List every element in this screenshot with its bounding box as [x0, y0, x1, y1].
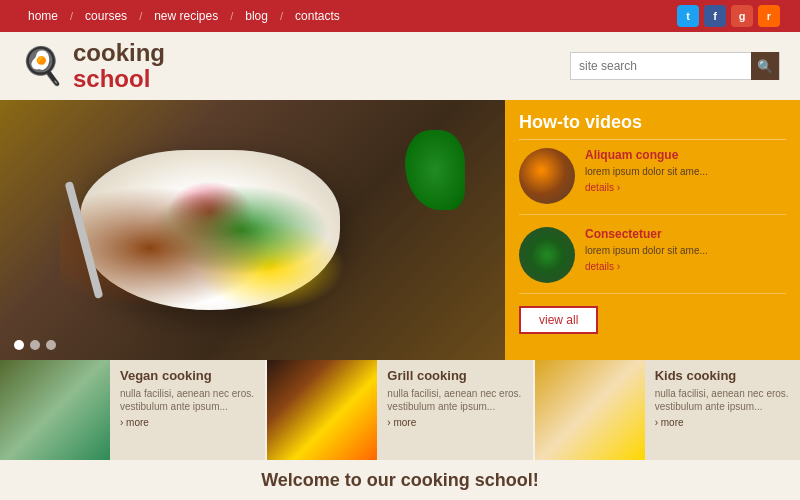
welcome-title: Welcome to our cooking school! — [10, 470, 790, 491]
nav-blog[interactable]: blog — [237, 9, 276, 23]
video-thumb-2 — [519, 227, 575, 283]
card-image-vegan — [0, 360, 110, 460]
nav-bar: home / courses / new recipes / blog / co… — [0, 0, 800, 32]
logo-cooking: cooking — [73, 40, 165, 66]
slider-dot-2[interactable] — [30, 340, 40, 350]
twitter-icon[interactable]: t — [677, 5, 699, 27]
hero-slider — [0, 100, 505, 360]
nav-courses[interactable]: courses — [77, 9, 135, 23]
card-image-kids — [535, 360, 645, 460]
category-card-kids: Kids cooking nulla facilisi, aenean nec … — [535, 360, 800, 460]
chef-hat-icon: 🍳 — [20, 45, 65, 87]
card-content-kids: Kids cooking nulla facilisi, aenean nec … — [645, 360, 800, 460]
video-name-1: Aliquam congue — [585, 148, 786, 162]
nav-sep-1: / — [70, 10, 73, 22]
card-content-grill: Grill cooking nulla facilisi, aenean nec… — [377, 360, 532, 460]
logo-school: school — [73, 66, 165, 92]
card-title-vegan: Vegan cooking — [120, 368, 255, 383]
video-info-1: Aliquam congue lorem ipsum dolor sit ame… — [585, 148, 786, 204]
howto-title: How-to videos — [519, 112, 786, 140]
video-desc-2: lorem ipsum dolor sit ame... — [585, 244, 786, 257]
card-desc-grill: nulla facilisi, aenean nec eros. vestibu… — [387, 387, 522, 413]
video-item-1: Aliquam congue lorem ipsum dolor sit ame… — [519, 148, 786, 215]
card-title-kids: Kids cooking — [655, 368, 790, 383]
nav-sep-3: / — [230, 10, 233, 22]
hero-food — [60, 140, 360, 320]
card-title-grill: Grill cooking — [387, 368, 522, 383]
search-bar: 🔍 — [570, 52, 780, 80]
howto-sidebar: How-to videos Aliquam congue lorem ipsum… — [505, 100, 800, 360]
video-item-2: Consectetuer lorem ipsum dolor sit ame..… — [519, 227, 786, 294]
main-content: How-to videos Aliquam congue lorem ipsum… — [0, 100, 800, 360]
nav-new-recipes[interactable]: new recipes — [146, 9, 226, 23]
video-thumb-1 — [519, 148, 575, 204]
nav-home[interactable]: home — [20, 9, 66, 23]
card-more-grill[interactable]: more — [387, 417, 522, 428]
nav-sep-2: / — [139, 10, 142, 22]
facebook-icon[interactable]: f — [704, 5, 726, 27]
video-info-2: Consectetuer lorem ipsum dolor sit ame..… — [585, 227, 786, 283]
category-card-vegan: Vegan cooking nulla facilisi, aenean nec… — [0, 360, 265, 460]
logo-text: cooking school — [73, 40, 165, 93]
header: 🍳 cooking school 🔍 — [0, 32, 800, 100]
video-desc-1: lorem ipsum dolor sit ame... — [585, 165, 786, 178]
card-more-vegan[interactable]: more — [120, 417, 255, 428]
nav-sep-4: / — [280, 10, 283, 22]
video-name-2: Consectetuer — [585, 227, 786, 241]
hero-greenery — [405, 130, 465, 210]
category-cards: Vegan cooking nulla facilisi, aenean nec… — [0, 360, 800, 460]
slider-dot-3[interactable] — [46, 340, 56, 350]
video-details-link-1[interactable]: details — [585, 182, 786, 193]
card-desc-kids: nulla facilisi, aenean nec eros. vestibu… — [655, 387, 790, 413]
view-all-button[interactable]: view all — [519, 306, 598, 334]
rss-icon[interactable]: r — [758, 5, 780, 27]
category-card-grill: Grill cooking nulla facilisi, aenean nec… — [267, 360, 532, 460]
search-input[interactable] — [571, 59, 751, 73]
google-icon[interactable]: g — [731, 5, 753, 27]
card-content-vegan: Vegan cooking nulla facilisi, aenean nec… — [110, 360, 265, 460]
card-image-grill — [267, 360, 377, 460]
slider-dots — [14, 340, 56, 350]
video-details-link-2[interactable]: details — [585, 261, 786, 272]
logo: 🍳 cooking school — [20, 40, 165, 93]
search-button[interactable]: 🔍 — [751, 52, 779, 80]
slider-dot-1[interactable] — [14, 340, 24, 350]
card-more-kids[interactable]: more — [655, 417, 790, 428]
nav-contacts[interactable]: contacts — [287, 9, 348, 23]
card-desc-vegan: nulla facilisi, aenean nec eros. vestibu… — [120, 387, 255, 413]
welcome-section: Welcome to our cooking school! — [0, 460, 800, 500]
social-icons: t f g r — [677, 5, 780, 27]
nav-links: home / courses / new recipes / blog / co… — [20, 9, 348, 23]
hero-image — [0, 100, 505, 360]
